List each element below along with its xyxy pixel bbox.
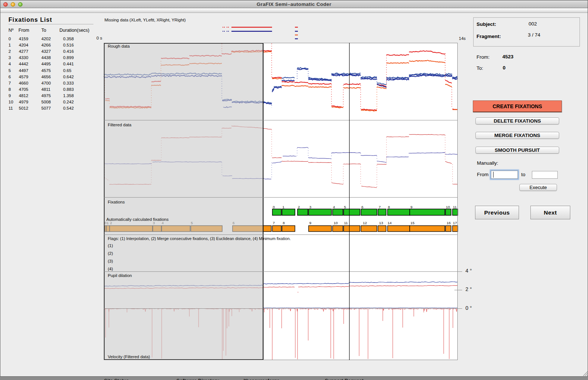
svg-text:16: 16 [447, 221, 451, 225]
svg-text:Velocity (Filtered data): Velocity (Filtered data) [108, 355, 150, 359]
svg-text:7: 7 [379, 205, 381, 209]
svg-text:14s: 14s [459, 36, 466, 41]
svg-text:Missing data (XLeft, YLeftt, X: Missing data (XLeft, YLeftt, XRight, YRi… [104, 18, 186, 22]
svg-text:3: 3 [309, 205, 312, 209]
svg-text:15: 15 [410, 221, 415, 225]
svg-text:2: 2 [298, 205, 300, 209]
svg-text:(2): (2) [108, 251, 113, 256]
svg-text:8: 8 [388, 205, 390, 209]
svg-text:1: 1 [282, 205, 284, 209]
svg-text:(3): (3) [108, 259, 113, 263]
svg-text:Automatically calculated fixat: Automatically calculated fixations [106, 217, 169, 222]
svg-text:0 °: 0 ° [465, 305, 472, 311]
svg-text:9: 9 [309, 221, 311, 225]
svg-text:Rough data: Rough data [108, 44, 130, 48]
svg-text:Pupil dilation: Pupil dilation [108, 273, 132, 278]
svg-text:10: 10 [446, 205, 450, 209]
svg-text:(4): (4) [108, 267, 113, 271]
svg-text:6: 6 [361, 205, 364, 209]
svg-text:7: 7 [273, 221, 275, 225]
svg-text:Fixations: Fixations [108, 200, 125, 204]
svg-text:4 °: 4 ° [465, 268, 472, 274]
svg-text:Filtered data: Filtered data [108, 123, 132, 127]
svg-text:13: 13 [379, 221, 383, 225]
svg-text:14: 14 [388, 221, 392, 225]
svg-text:Flags: (1) Interpolation, (2): Flags: (1) Interpolation, (2) Merge cons… [108, 236, 291, 241]
svg-text:(1): (1) [108, 243, 113, 248]
svg-text:12: 12 [363, 221, 367, 225]
svg-text:8: 8 [283, 221, 285, 225]
svg-text:17: 17 [453, 221, 457, 225]
svg-text:0 s: 0 s [96, 35, 102, 41]
svg-text:2 °: 2 ° [465, 286, 472, 292]
svg-text:4: 4 [333, 205, 335, 209]
svg-text:5: 5 [344, 205, 346, 209]
svg-text:10: 10 [334, 221, 338, 225]
svg-text:11: 11 [344, 221, 348, 225]
svg-text:11: 11 [453, 205, 457, 209]
svg-text:0: 0 [273, 205, 275, 209]
svg-text:9: 9 [410, 205, 412, 209]
